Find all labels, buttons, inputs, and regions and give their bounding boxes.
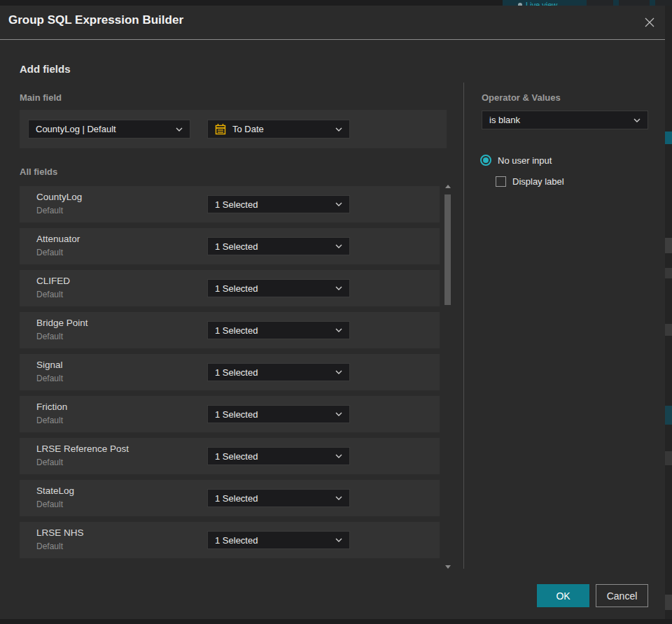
main-field-panel: CountyLog | Default To Date — [20, 110, 447, 148]
field-name: LRSE NHS — [36, 527, 84, 538]
main-field-date-value: To Date — [232, 124, 330, 134]
field-subtitle: Default — [36, 332, 63, 341]
field-selected-value: 1 Selected — [215, 409, 330, 420]
background-fragment — [665, 451, 672, 465]
field-selected-dropdown[interactable]: 1 Selected — [207, 237, 350, 255]
field-row: Friction Default 1 Selected — [20, 396, 440, 432]
chevron-down-icon — [634, 118, 640, 122]
live-view-label: Live view — [526, 1, 557, 6]
main-field-dropdown[interactable]: CountyLog | Default — [28, 120, 190, 139]
chevron-down-icon — [335, 127, 342, 132]
background-fragment — [665, 132, 672, 144]
main-field-date-dropdown[interactable]: To Date — [207, 120, 350, 139]
scrollbar-up-arrow[interactable] — [445, 185, 451, 188]
dialog-title-bar: Group SQL Expression Builder — [0, 6, 665, 39]
chevron-down-icon — [335, 496, 342, 500]
chevron-down-icon — [335, 328, 342, 332]
field-selected-dropdown[interactable]: 1 Selected — [207, 489, 350, 507]
field-selected-value: 1 Selected — [215, 451, 330, 462]
field-row: StateLog Default 1 Selected — [20, 480, 440, 516]
background-fragment — [665, 268, 672, 278]
all-fields-label: All fields — [20, 166, 57, 177]
live-view-toggle[interactable]: Live view — [518, 1, 557, 6]
field-row: CountyLog Default 1 Selected — [20, 186, 440, 222]
chevron-down-icon — [335, 244, 342, 248]
field-name: CLIFED — [36, 276, 70, 286]
scrollbar-thumb[interactable] — [444, 194, 451, 305]
ok-button[interactable]: OK — [537, 584, 589, 607]
main-field-dropdown-value: CountyLog | Default — [36, 124, 170, 134]
background-fragment — [665, 406, 672, 425]
chevron-down-icon — [335, 454, 342, 458]
chevron-down-icon — [335, 370, 342, 374]
field-selected-value: 1 Selected — [215, 325, 330, 336]
panel-divider — [463, 83, 464, 569]
field-selected-dropdown[interactable]: 1 Selected — [207, 447, 350, 465]
background-toolbar-fragment — [619, 0, 650, 6]
background-map-bar: Live view — [503, 0, 672, 6]
group-sql-expression-builder-dialog: Group SQL Expression Builder Add fields … — [0, 6, 665, 619]
close-icon — [643, 16, 656, 29]
field-name: StateLog — [36, 485, 74, 496]
field-selected-dropdown[interactable]: 1 Selected — [207, 279, 350, 297]
background-app-bar: Live view — [0, 0, 672, 6]
chevron-down-icon — [176, 127, 183, 132]
field-subtitle: Default — [36, 499, 63, 509]
chevron-down-icon — [335, 538, 342, 542]
field-name: Friction — [36, 402, 67, 412]
field-selected-value: 1 Selected — [215, 367, 330, 378]
title-divider — [0, 39, 665, 40]
field-row: Attenuator Default 1 Selected — [20, 228, 440, 264]
field-subtitle: Default — [36, 290, 63, 299]
main-field-label: Main field — [20, 92, 62, 103]
field-subtitle: Default — [36, 541, 63, 551]
field-row: LRSE NHS Default 1 Selected — [20, 522, 440, 558]
field-selected-value: 1 Selected — [215, 493, 330, 504]
operator-values-label: Operator & Values — [482, 92, 561, 103]
add-fields-heading: Add fields — [20, 63, 71, 75]
field-subtitle: Default — [36, 374, 63, 383]
field-subtitle: Default — [36, 458, 63, 467]
background-fragment — [665, 595, 672, 610]
field-selected-value: 1 Selected — [215, 241, 330, 252]
dialog-title: Group SQL Expression Builder — [8, 13, 183, 27]
field-row: LRSE Reference Post Default 1 Selected — [20, 438, 440, 474]
background-fragment — [665, 324, 672, 336]
field-selected-value: 1 Selected — [215, 535, 330, 546]
no-user-input-radio[interactable]: No user input — [480, 155, 552, 166]
checkbox-unchecked-icon — [496, 176, 506, 187]
field-name: LRSE Reference Post — [36, 444, 129, 454]
field-selected-dropdown[interactable]: 1 Selected — [207, 405, 350, 423]
no-user-input-label: No user input — [498, 155, 552, 166]
chevron-down-icon — [335, 412, 342, 416]
operator-dropdown[interactable]: is blank — [482, 111, 648, 129]
field-row: CLIFED Default 1 Selected — [20, 270, 440, 306]
chevron-down-icon — [335, 286, 342, 290]
field-selected-value: 1 Selected — [215, 199, 330, 210]
scrollbar-down-arrow[interactable] — [445, 565, 451, 569]
field-selected-dropdown[interactable]: 1 Selected — [207, 363, 350, 381]
field-selected-dropdown[interactable]: 1 Selected — [207, 195, 350, 213]
operator-dropdown-value: is blank — [489, 115, 628, 125]
field-row: Bridge Point Default 1 Selected — [20, 312, 440, 348]
cancel-button[interactable]: Cancel — [596, 584, 648, 607]
field-selected-dropdown[interactable]: 1 Selected — [207, 321, 350, 339]
display-label-checkbox[interactable]: Display label — [496, 176, 564, 187]
close-button[interactable] — [640, 13, 659, 32]
field-name: Signal — [36, 360, 63, 370]
field-selected-dropdown[interactable]: 1 Selected — [207, 531, 350, 549]
field-subtitle: Default — [36, 206, 63, 215]
field-subtitle: Default — [36, 416, 63, 425]
calendar-icon — [215, 123, 226, 135]
display-label-text: Display label — [512, 176, 564, 187]
field-subtitle: Default — [36, 248, 63, 257]
radio-selected-icon — [480, 155, 491, 166]
background-edge-strip — [665, 6, 672, 619]
background-toolbar-fragment — [587, 0, 613, 6]
field-name: Bridge Point — [36, 318, 88, 328]
field-selected-value: 1 Selected — [215, 283, 330, 294]
field-name: Attenuator — [36, 234, 80, 244]
background-bottom-strip — [0, 619, 672, 624]
background-fragment — [665, 238, 672, 253]
field-name: CountyLog — [36, 192, 82, 202]
